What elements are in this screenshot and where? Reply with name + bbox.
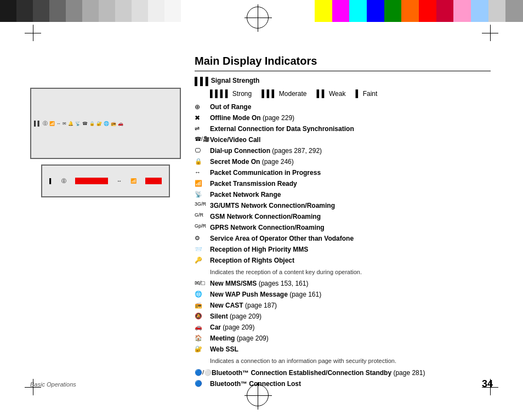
device-bottom-bar: ▌ ⓪ ↔ 📶: [41, 164, 170, 197]
list-item-offline-mode: ✖ Offline Mode On (page 229): [195, 113, 491, 123]
list-item-gsm: G/R GSM Network Connection/Roaming: [195, 212, 491, 222]
crosshair-top: [247, 7, 269, 29]
page-title: Main Display Indicators: [195, 55, 491, 71]
car-icon: 🚗: [195, 322, 210, 332]
out-of-range-icon: ⊕: [195, 102, 210, 112]
voice-video-icon: ☎/🎥: [195, 135, 210, 143]
silent-icon: 🔕: [195, 311, 210, 321]
list-item-meeting: 🏠 Meeting (page 209): [195, 333, 491, 343]
list-item-packet-tx-ready: 📶 Packet Transmission Ready: [195, 179, 491, 189]
list-item-gprs: Gp/R GPRS Network Connection/Roaming: [195, 223, 491, 232]
reg-mark-top-right: [482, 25, 498, 41]
signal-strong: ▌▌▌▌ Strong: [210, 88, 252, 99]
signal-moderate: ▌▌▌ Moderate: [262, 88, 306, 99]
list-item-dialup: 🖵 Dial-up Connection (pages 287, 292): [195, 146, 491, 156]
packet-comm-icon: ↔: [195, 168, 210, 177]
meeting-icon: 🏠: [195, 333, 210, 343]
signal-moderate-icon: ▌▌▌: [262, 88, 277, 99]
dialup-icon: 🖵: [195, 146, 210, 155]
new-cast-icon: 📻: [195, 300, 210, 310]
list-item-car: 🚗 Car (page 209): [195, 322, 491, 332]
footer: Basic Operations 34: [30, 378, 493, 390]
packet-range-icon: 📡: [195, 190, 210, 199]
reg-mark-top-left: [25, 25, 41, 41]
high-priority-mms-icon: 📨: [195, 245, 210, 254]
signal-levels-row: ▌▌▌▌ Strong ▌▌▌ Moderate ▌▌ Weak ▌ Faint: [210, 88, 491, 100]
gprs-icon: Gp/R: [195, 223, 210, 230]
secret-mode-icon: 🔒: [195, 157, 210, 166]
list-item-bluetooth-connected: 🔵/⚪ Bluetooth™ Connection Established/Co…: [195, 368, 491, 378]
list-item-packet-comm: ↔ Packet Communication in Progress: [195, 168, 491, 178]
signal-icon: ▌▌▌: [195, 76, 211, 87]
list-item-secret-mode: 🔒 Secret Mode On (page 246): [195, 157, 491, 167]
device-image: ▌▌⓪ 📶↔ ✉🔔 📡☎ 🔒🔐 🌐📻 🚗 ▌ ⓪ ↔ 📶: [30, 88, 181, 208]
signal-faint: ▌ Faint: [355, 88, 377, 99]
list-item-service-area: ⚙ Service Area of Operator Other than Vo…: [195, 234, 491, 243]
external-connection-icon: ⇌: [195, 124, 210, 133]
new-mms-sms-icon: ✉/□: [195, 279, 210, 288]
service-area-icon: ⚙: [195, 234, 210, 243]
offline-mode-icon: ✖: [195, 113, 210, 123]
3g-icon: 3G/R: [195, 201, 210, 208]
list-item-rights-object-sub: Indicates the reception of a content key…: [210, 266, 491, 277]
signal-strong-icon: ▌▌▌▌: [210, 88, 230, 99]
web-ssl-icon: 🔐: [195, 344, 210, 354]
gsm-icon: G/R: [195, 212, 210, 219]
rights-object-icon: 🔑: [195, 256, 210, 265]
list-item-wap-push: 🌐 New WAP Push Message (page 161): [195, 290, 491, 299]
footer-left-text: Basic Operations: [30, 381, 76, 388]
list-item-silent: 🔕 Silent (page 209): [195, 311, 491, 321]
list-item-new-cast: 📻 New CAST (page 187): [195, 300, 491, 310]
list-item-new-mms-sms: ✉/□ New MMS/SMS (pages 153, 161): [195, 279, 491, 288]
list-item-packet-range: 📡 Packet Network Range: [195, 190, 491, 200]
list-item-web-ssl: 🔐 Web SSL: [195, 344, 491, 354]
signal-faint-icon: ▌: [355, 88, 360, 99]
top-color-bar-right: [315, 0, 523, 22]
list-item-3g-umts: 3G/R 3G/UMTS Network Connection/Roaming: [195, 201, 491, 211]
signal-weak: ▌▌ Weak: [317, 88, 346, 99]
list-item-web-ssl-sub: Indicates a connection to an information…: [210, 355, 491, 366]
main-content: Main Display Indicators ▌▌▌ Signal Stren…: [195, 55, 491, 390]
list-item-external-connection: ⇌ External Connection for Data Synchroni…: [195, 124, 491, 134]
list-item: ▌▌▌ Signal Strength: [195, 76, 491, 87]
list-item-high-priority-mms: 📨 Reception of High Priority MMS: [195, 245, 491, 254]
device-screen: ▌▌⓪ 📶↔ ✉🔔 📡☎ 🔒🔐 🌐📻 🚗: [30, 88, 181, 159]
list-item-rights-object: 🔑 Reception of Rights Object: [195, 256, 491, 265]
top-color-bar-left: [0, 0, 197, 22]
bluetooth-connected-icon: 🔵/⚪: [195, 368, 212, 377]
indicators-list: ▌▌▌ Signal Strength ▌▌▌▌ Strong ▌▌▌ Mode…: [195, 76, 491, 389]
wap-push-icon: 🌐: [195, 290, 210, 299]
list-item-voice-video-call: ☎/🎥 Voice/Video Call: [195, 135, 491, 145]
footer-page-number: 34: [482, 378, 493, 390]
packet-tx-icon: 📶: [195, 179, 210, 188]
list-item-out-of-range: ⊕ Out of Range: [195, 102, 491, 112]
signal-weak-icon: ▌▌: [317, 88, 327, 99]
